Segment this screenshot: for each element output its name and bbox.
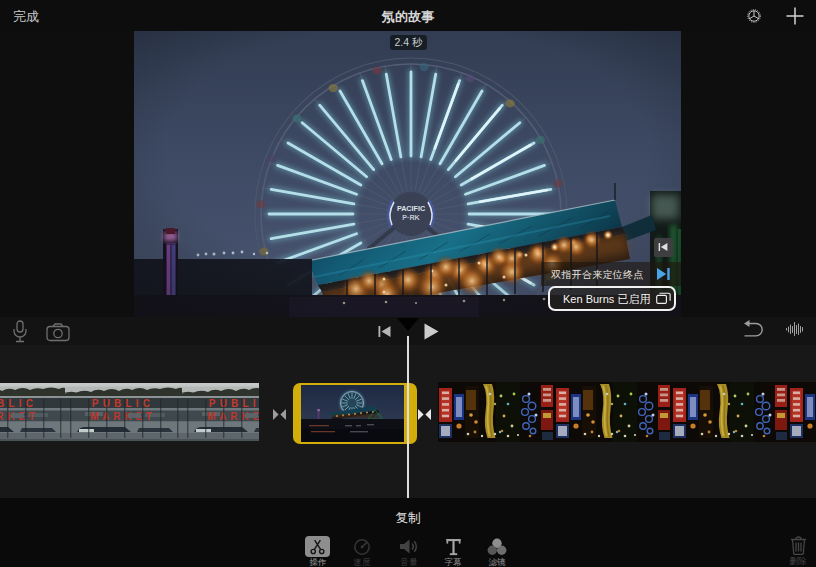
- svg-text:PUBLIC: PUBLIC: [0, 398, 37, 409]
- svg-text:MARKET: MARKET: [90, 411, 156, 422]
- svg-text:PUBLIC: PUBLIC: [92, 398, 154, 409]
- svg-text:PUBLIC: PUBLIC: [209, 398, 259, 409]
